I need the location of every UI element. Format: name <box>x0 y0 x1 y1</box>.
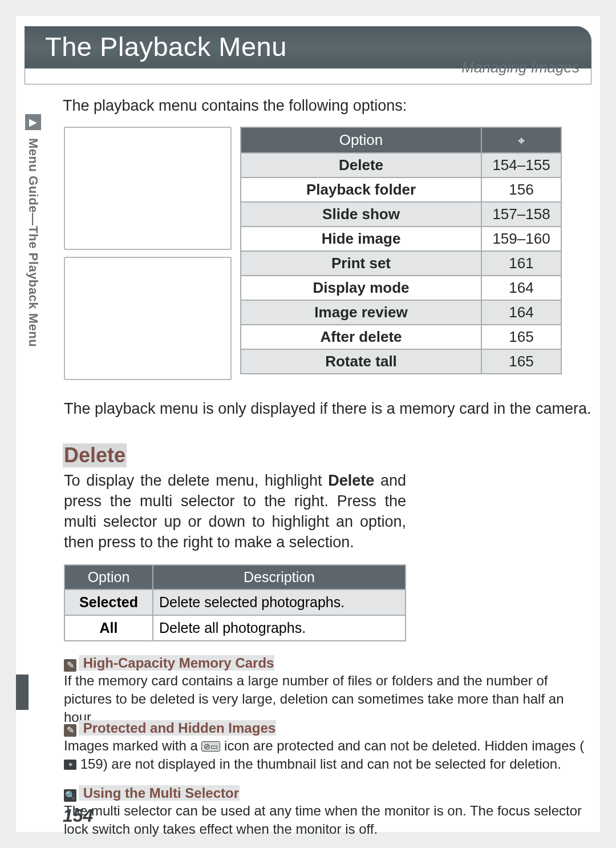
pencil-icon: ✎ <box>64 724 76 737</box>
subtitle: Managing Images <box>461 59 579 76</box>
note-multi-selector: 🔍 Using the Multi Selector The multi sel… <box>64 785 591 838</box>
table-row: After delete165 <box>241 325 561 349</box>
note-high-capacity: ✎ High-Capacity Memory Cards If the memo… <box>64 655 591 726</box>
page-number: 154 <box>63 805 93 826</box>
delete-paragraph: To display the delete menu, highlight De… <box>64 470 406 552</box>
table-row: Delete154–155 <box>241 153 561 177</box>
table-row: Rotate tall165 <box>241 349 561 374</box>
options-col-page-icon <box>481 127 561 153</box>
memory-card-note: The playback menu is only displayed if t… <box>64 400 591 418</box>
table-row: Display mode164 <box>241 276 561 300</box>
options-col-option: Option <box>241 127 481 153</box>
screenshot-placeholder-lower <box>64 257 232 380</box>
pencil-icon: ✎ <box>64 659 76 672</box>
page-ref-icon <box>514 131 528 143</box>
page-title: The Playback Menu <box>25 26 591 62</box>
playback-icon: ▶ <box>25 114 41 130</box>
sidebar-label: Menu Guide—The Playback Menu <box>26 138 40 347</box>
delete-col-option: Option <box>64 565 153 589</box>
subtitle-bar: Managing Images <box>25 68 591 84</box>
playback-options-table: Option Delete154–155 Playback folder156 … <box>240 127 562 374</box>
screenshot-placeholder-upper <box>64 127 232 250</box>
table-row: Hide image159–160 <box>241 227 561 251</box>
magnifier-icon: 🔍 <box>64 789 76 802</box>
page-ref-icon: ⌖ <box>64 760 76 770</box>
table-row: AllDelete all photographs. <box>64 615 406 641</box>
delete-col-desc: Description <box>153 565 406 589</box>
intro-text: The playback menu contains the following… <box>63 97 407 115</box>
delete-heading: Delete <box>63 443 127 467</box>
delete-options-table: Option Description SelectedDelete select… <box>64 564 406 641</box>
table-row: Print set161 <box>241 251 561 276</box>
protect-icon: ⊘▭ <box>201 741 220 752</box>
table-row: SelectedDelete selected photographs. <box>64 589 406 615</box>
sidebar-tab <box>16 675 29 710</box>
note-protected-hidden: ✎ Protected and Hidden Images Images mar… <box>64 720 591 773</box>
table-row: Slide show157–158 <box>241 202 561 227</box>
table-row: Playback folder156 <box>241 177 561 202</box>
table-row: Image review164 <box>241 300 561 325</box>
